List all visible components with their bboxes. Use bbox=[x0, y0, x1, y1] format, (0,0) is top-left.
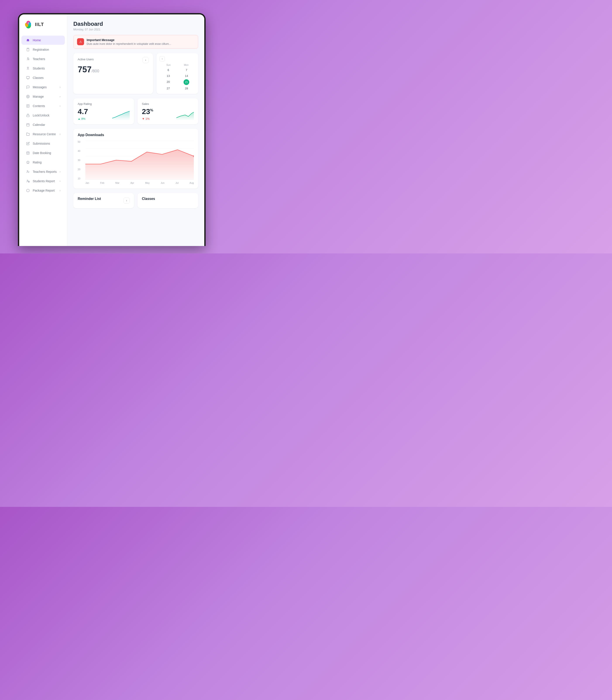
active-users-card: Active Users › 757/800 bbox=[73, 53, 153, 94]
y-label-40: 40 bbox=[78, 150, 84, 152]
active-users-value: 757/800 bbox=[78, 65, 149, 74]
downloads-svg bbox=[85, 140, 194, 180]
x-label-may: May bbox=[145, 181, 150, 184]
cal-cell[interactable]: 14 bbox=[178, 73, 195, 78]
downloads-chart: 10 20 30 40 50 bbox=[78, 140, 194, 184]
app-rating-change: ▲ 8% bbox=[78, 117, 92, 120]
svg-rect-14 bbox=[27, 115, 29, 117]
teachers-reports-icon bbox=[26, 170, 30, 174]
classes-title: Classes bbox=[142, 197, 194, 201]
alert-title: Important Message bbox=[87, 38, 171, 42]
svg-point-18 bbox=[27, 171, 28, 172]
calendar-widget: ‹ Sun Mon 6 7 13 14 20 bbox=[156, 53, 198, 94]
sidebar-label-resourcecentre: Resource Centre bbox=[33, 132, 57, 136]
page-date: Monday, 07 Jun 2021 bbox=[73, 28, 198, 31]
sidebar-item-submissions[interactable]: Submissions bbox=[22, 139, 65, 148]
svg-point-10 bbox=[27, 67, 28, 68]
app-rating-card: App Rating 4.7 ▲ 8% bbox=[73, 98, 134, 124]
sidebar-label-registration: Registration bbox=[33, 48, 60, 51]
y-label-50: 50 bbox=[78, 140, 84, 143]
cal-cell[interactable]: 20 bbox=[159, 79, 177, 85]
svg-rect-8 bbox=[28, 48, 28, 49]
chevron-messages-icon: › bbox=[59, 86, 60, 89]
svg-rect-11 bbox=[26, 77, 29, 78]
classes-icon bbox=[26, 76, 30, 80]
sidebar-item-classes[interactable]: Classes bbox=[22, 73, 65, 82]
star-icon bbox=[26, 160, 30, 164]
sidebar-item-packagereport[interactable]: Package Report › bbox=[22, 186, 65, 195]
active-users-label: Active Users bbox=[78, 58, 94, 61]
app-rating-label: App Rating bbox=[78, 102, 92, 106]
home-icon bbox=[26, 38, 30, 42]
sidebar-item-lockunlock[interactable]: Lock/Unlock bbox=[22, 111, 65, 120]
sidebar-item-resourcecentre[interactable]: Resource Centre › bbox=[22, 130, 65, 139]
x-label-jul: Jul bbox=[176, 181, 179, 184]
sidebar-label-calendar: Calendar bbox=[33, 123, 60, 126]
sidebar-item-registration[interactable]: Registration bbox=[22, 45, 65, 54]
svg-point-19 bbox=[27, 180, 28, 181]
sidebar-label-manage: Manage bbox=[33, 95, 57, 98]
x-label-apr: Apr bbox=[130, 181, 134, 184]
chevron-resource-icon: › bbox=[59, 133, 60, 136]
sales-sparkline bbox=[176, 109, 194, 120]
sidebar-item-contents[interactable]: Contents › bbox=[22, 102, 65, 110]
svg-point-12 bbox=[28, 96, 28, 97]
active-users-next-button[interactable]: › bbox=[142, 57, 149, 63]
alert-text: Duis aute irure dolor in reprehenderit i… bbox=[87, 42, 171, 45]
x-label-feb: Feb bbox=[100, 181, 104, 184]
svg-marker-17 bbox=[26, 161, 29, 164]
y-label-10: 10 bbox=[78, 177, 84, 180]
x-label-jun: Jun bbox=[161, 181, 165, 184]
folder-icon bbox=[26, 132, 30, 136]
sales-label: Sales bbox=[142, 102, 153, 106]
sidebar-label-classes: Classes bbox=[33, 76, 60, 80]
logo-icon bbox=[24, 20, 33, 29]
classes-card: Classes bbox=[138, 193, 198, 208]
sidebar-label-messages: Messages bbox=[33, 85, 57, 89]
sidebar-item-teachers[interactable]: Teachers bbox=[22, 54, 65, 64]
reminder-next-button[interactable]: › bbox=[124, 198, 130, 204]
y-label-30: 30 bbox=[78, 159, 84, 161]
logo-area: IILT bbox=[19, 20, 67, 36]
sidebar-label-lockunlock: Lock/Unlock bbox=[33, 113, 60, 117]
sidebar-item-messages[interactable]: Messages › bbox=[22, 83, 65, 92]
svg-rect-15 bbox=[27, 124, 29, 126]
app-rating-value: 4.7 bbox=[78, 107, 92, 116]
sidebar-item-home[interactable]: Home bbox=[22, 36, 65, 45]
sidebar-item-teachersreports[interactable]: Teachers Reports › bbox=[22, 167, 65, 176]
sidebar-item-students[interactable]: Students bbox=[22, 64, 65, 73]
cal-day-sun: Sun bbox=[159, 64, 177, 66]
alert-icon: ⚠ bbox=[77, 38, 84, 45]
sidebar-item-datebooking[interactable]: Date Booking bbox=[22, 148, 65, 158]
sidebar-label-packagereport: Package Report bbox=[33, 189, 57, 192]
students-report-icon bbox=[26, 179, 30, 183]
messages-icon bbox=[26, 85, 30, 89]
cal-cell-today[interactable]: 21 bbox=[183, 79, 189, 85]
page-title: Dashboard bbox=[73, 21, 198, 27]
sidebar-label-contents: Contents bbox=[33, 104, 57, 108]
calendar-prev-button[interactable]: ‹ bbox=[159, 56, 165, 62]
downloads-section: App Downloads 10 20 30 40 50 bbox=[73, 129, 198, 189]
cal-cell[interactable]: 27 bbox=[159, 86, 177, 91]
datebooking-icon bbox=[26, 151, 30, 155]
sidebar-item-rating[interactable]: Rating bbox=[22, 158, 65, 167]
cal-cell[interactable]: 28 bbox=[178, 86, 195, 91]
submissions-icon bbox=[26, 142, 30, 146]
cal-cell[interactable]: 13 bbox=[159, 73, 177, 78]
x-label-jan: Jan bbox=[85, 181, 89, 184]
sidebar: IILT Home Registration bbox=[19, 14, 67, 246]
sidebar-item-studentsreport[interactable]: Students Report › bbox=[22, 176, 65, 186]
logo-text: IILT bbox=[35, 22, 44, 27]
manage-icon bbox=[26, 94, 30, 99]
main-content: Dashboard Monday, 07 Jun 2021 ⚠ Importan… bbox=[67, 14, 204, 246]
reminder-list-card: Reminder List › bbox=[73, 193, 134, 208]
sales-value: 23% bbox=[142, 107, 153, 116]
cal-cell[interactable]: 6 bbox=[159, 68, 177, 72]
cal-cell[interactable]: 7 bbox=[178, 68, 195, 72]
sales-card: Sales 23% ▼ 1% bbox=[138, 98, 198, 124]
sidebar-item-calendar[interactable]: Calendar bbox=[22, 120, 65, 129]
chevron-manage-icon: › bbox=[59, 95, 60, 98]
teacher-icon bbox=[26, 57, 30, 61]
sidebar-label-teachers: Teachers bbox=[33, 57, 60, 61]
sidebar-item-manage[interactable]: Manage › bbox=[22, 92, 65, 101]
